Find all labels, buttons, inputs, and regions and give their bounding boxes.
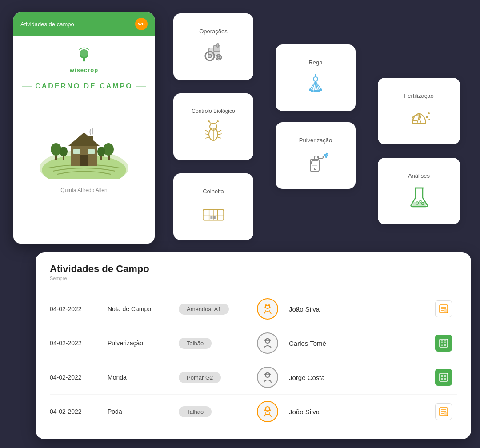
svg-line-54 xyxy=(205,137,209,138)
row3-date: 04-02-2022 xyxy=(50,374,108,381)
row2-avatar-icon xyxy=(257,332,278,354)
row2-avatar xyxy=(250,332,285,354)
row3-action[interactable] xyxy=(430,369,457,386)
row1-tag-pill[interactable]: Amendoal A1 xyxy=(179,304,229,315)
quinta-name: Quinta Alfredo Allen xyxy=(60,187,107,193)
row4-name: João Silva xyxy=(285,408,430,416)
list-row: 04-02-2022 Poda Talhão João Silva xyxy=(50,395,457,428)
svg-rect-95 xyxy=(444,309,447,312)
svg-point-65 xyxy=(327,155,328,156)
svg-line-56 xyxy=(218,134,222,135)
mobile-header: Atividades de campo WC xyxy=(13,12,155,36)
svg-line-52 xyxy=(205,130,209,132)
tractor-icon xyxy=(200,39,227,66)
note-icon xyxy=(438,304,449,314)
svg-point-19 xyxy=(97,147,105,156)
tile-bio[interactable]: Controlo Biológico xyxy=(173,93,253,160)
svg-rect-11 xyxy=(88,149,95,154)
lab-icon xyxy=(406,184,432,210)
row2-action-icon[interactable] xyxy=(435,335,452,352)
tile-analises-label: Análises xyxy=(408,172,430,179)
farmer-orange-icon-2 xyxy=(261,405,274,418)
row1-action-icon[interactable] xyxy=(435,300,452,317)
row4-tag: Talhão xyxy=(179,406,250,417)
svg-rect-115 xyxy=(444,378,446,380)
row3-type: Monda xyxy=(108,374,179,381)
bug-icon xyxy=(200,119,227,145)
svg-line-55 xyxy=(218,130,221,132)
worker-gray-icon-2 xyxy=(261,371,274,384)
svg-point-37 xyxy=(314,90,316,92)
wisecrop-tree-icon xyxy=(73,44,95,67)
row2-name: Carlos Tomé xyxy=(285,340,430,347)
harvest-icon xyxy=(200,199,227,226)
mobile-body: wisecrop CADERNO DE CAMPO xyxy=(13,36,155,202)
svg-point-36 xyxy=(311,90,313,92)
svg-point-24 xyxy=(208,54,212,58)
tile-operacoes[interactable]: Operações xyxy=(173,13,253,80)
svg-point-13 xyxy=(51,143,61,156)
svg-point-109 xyxy=(265,373,270,377)
sprayer-icon xyxy=(302,148,329,175)
list-panel-title: Atividades de Campo xyxy=(50,263,457,275)
svg-point-2 xyxy=(80,50,88,57)
svg-point-63 xyxy=(326,156,327,157)
tile-colheita[interactable]: Colheita xyxy=(173,173,253,240)
row2-date: 04-02-2022 xyxy=(50,340,108,347)
row4-avatar-icon xyxy=(257,401,278,422)
svg-rect-9 xyxy=(80,155,88,166)
svg-line-57 xyxy=(218,137,221,138)
tile-operacoes-label: Operações xyxy=(199,28,228,35)
row3-action-icon[interactable] xyxy=(435,369,452,386)
wisecrop-text: wisecrop xyxy=(70,67,98,73)
farmer-orange-icon xyxy=(261,303,274,315)
svg-rect-124 xyxy=(444,412,447,415)
tile-rega[interactable]: Rega xyxy=(276,44,356,111)
row1-tag: Amendoal A1 xyxy=(179,304,250,315)
svg-point-50 xyxy=(208,120,210,122)
row1-date: 04-02-2022 xyxy=(50,305,108,312)
list-row: 04-02-2022 Monda Pomar G2 Jorge Costa xyxy=(50,360,457,395)
row3-tag-pill[interactable]: Pomar G2 xyxy=(179,372,221,383)
row1-avatar xyxy=(250,298,285,320)
tile-colheita-label: Colheita xyxy=(203,188,224,195)
mobile-header-title: Atividades de campo xyxy=(20,21,74,28)
tile-pulverizacao[interactable]: Pulverização xyxy=(276,122,356,189)
tile-rega-label: Rega xyxy=(308,59,322,66)
caderno-title: CADERNO DE CAMPO xyxy=(22,82,146,90)
svg-point-44 xyxy=(428,112,430,114)
row4-tag-pill[interactable]: Talhão xyxy=(179,406,212,417)
tile-fertilizacao[interactable]: Fertilização xyxy=(378,78,460,144)
svg-point-28 xyxy=(313,77,318,81)
svg-point-45 xyxy=(428,119,430,120)
list-divider xyxy=(50,288,457,288)
svg-rect-114 xyxy=(441,378,443,380)
row2-tag-pill[interactable]: Talhão xyxy=(179,338,212,349)
mobile-header-avatar: WC xyxy=(135,18,148,30)
svg-line-53 xyxy=(205,134,209,135)
farm-illustration xyxy=(35,99,133,179)
row4-date: 04-02-2022 xyxy=(50,408,108,415)
svg-rect-22 xyxy=(217,44,219,47)
svg-point-62 xyxy=(324,154,326,156)
row2-tag: Talhão xyxy=(179,338,250,349)
wisecrop-logo: wisecrop xyxy=(70,44,98,73)
row1-action[interactable] xyxy=(430,300,457,317)
note-icon-2 xyxy=(438,406,449,417)
row4-action[interactable] xyxy=(430,403,457,420)
row4-type: Poda xyxy=(108,408,179,415)
tile-fertilizacao-label: Fertilização xyxy=(404,92,433,99)
list-panel-subtitle: Sempre xyxy=(50,276,457,281)
list-panel: Atividades de Campo Sempre 04-02-2022 No… xyxy=(36,252,471,439)
tile-bio-label: Controlo Biológico xyxy=(192,108,235,114)
svg-rect-98 xyxy=(440,339,448,347)
row2-type: Pulverização xyxy=(108,340,179,347)
tile-analises[interactable]: Análises xyxy=(378,158,460,224)
irrigation-icon xyxy=(302,70,329,97)
list-row: 04-02-2022 Nota de Campo Amendoal A1 Joã… xyxy=(50,292,457,326)
svg-point-64 xyxy=(326,153,328,154)
row2-action[interactable] xyxy=(430,335,457,352)
row3-avatar-icon xyxy=(257,367,278,388)
row4-action-icon[interactable] xyxy=(435,403,452,420)
row3-tag: Pomar G2 xyxy=(179,372,250,383)
